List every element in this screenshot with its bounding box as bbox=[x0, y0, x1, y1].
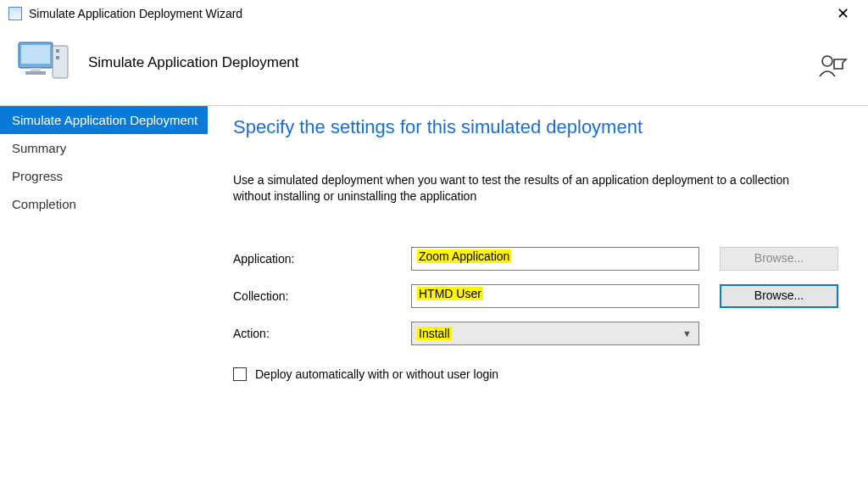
application-browse-button: Browse... bbox=[720, 247, 838, 271]
sidebar-item-summary[interactable]: Summary bbox=[0, 134, 208, 162]
wizard-header: Simulate Application Deployment bbox=[0, 27, 868, 106]
action-select[interactable]: Install ▼ bbox=[411, 322, 699, 345]
wizard-sidebar: Simulate Application Deployment Summary … bbox=[0, 106, 208, 498]
wizard-body: Simulate Application Deployment Summary … bbox=[0, 106, 868, 498]
window-title: Simulate Application Deployment Wizard bbox=[29, 7, 826, 20]
chevron-down-icon: ▼ bbox=[682, 328, 692, 339]
application-input[interactable]: Zoom Application bbox=[411, 247, 699, 271]
sidebar-item-simulate-deployment[interactable]: Simulate Application Deployment bbox=[0, 106, 208, 134]
application-label: Application: bbox=[233, 252, 411, 266]
svg-rect-2 bbox=[25, 71, 46, 75]
user-icon bbox=[819, 54, 848, 81]
deploy-auto-checkbox[interactable] bbox=[233, 367, 247, 381]
action-value: Install bbox=[417, 327, 452, 340]
page-heading: Specify the settings for this simulated … bbox=[233, 116, 843, 138]
svg-rect-5 bbox=[56, 49, 59, 53]
row-application: Application: Zoom Application Browse... bbox=[233, 247, 843, 271]
row-deploy-auto: Deploy automatically with or without use… bbox=[233, 367, 843, 381]
deploy-auto-label: Deploy automatically with or without use… bbox=[255, 367, 498, 381]
svg-rect-3 bbox=[31, 68, 41, 71]
close-icon[interactable]: ✕ bbox=[826, 4, 860, 23]
sidebar-item-progress[interactable]: Progress bbox=[0, 162, 208, 190]
row-collection: Collection: HTMD User Browse... bbox=[233, 284, 843, 308]
svg-rect-4 bbox=[53, 46, 68, 78]
window-icon bbox=[8, 7, 22, 20]
wizard-header-title: Simulate Application Deployment bbox=[88, 54, 299, 71]
svg-point-7 bbox=[822, 56, 832, 66]
wizard-computer-icon bbox=[17, 37, 71, 88]
sidebar-item-completion[interactable]: Completion bbox=[0, 190, 208, 218]
collection-browse-button[interactable]: Browse... bbox=[720, 284, 838, 308]
svg-rect-6 bbox=[56, 56, 59, 59]
application-value: Zoom Application bbox=[417, 249, 511, 263]
action-label: Action: bbox=[233, 327, 411, 340]
collection-input[interactable]: HTMD User bbox=[411, 284, 699, 308]
wizard-content: Specify the settings for this simulated … bbox=[208, 106, 868, 498]
page-description: Use a simulated deployment when you want… bbox=[233, 172, 810, 204]
svg-rect-1 bbox=[21, 45, 50, 64]
collection-label: Collection: bbox=[233, 289, 411, 303]
window-titlebar: Simulate Application Deployment Wizard ✕ bbox=[0, 0, 868, 27]
row-action: Action: Install ▼ bbox=[233, 322, 843, 345]
collection-value: HTMD User bbox=[417, 287, 483, 300]
